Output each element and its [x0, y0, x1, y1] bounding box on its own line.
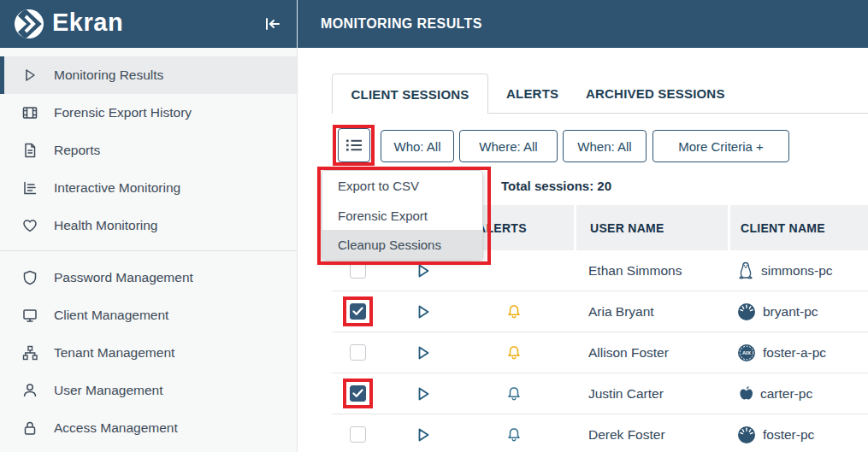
- sidebar-item-label: Health Monitoring: [54, 218, 157, 233]
- svg-text:AIX: AIX: [742, 350, 751, 355]
- row-checkbox-wrap: [350, 344, 366, 361]
- windows-os-icon: [737, 302, 756, 321]
- sidebar-group-management: Password Management Client Management Te…: [0, 259, 297, 447]
- sidebar-item-label: Forensic Export History: [54, 105, 192, 120]
- shield-icon: [21, 269, 39, 286]
- play-session-button[interactable]: [415, 426, 432, 447]
- row-checkbox-wrap: [350, 262, 366, 279]
- client-name-label: foster-pc: [763, 427, 814, 443]
- menu-item-cleanup-sessions[interactable]: Cleanup Sessions: [322, 230, 482, 260]
- play-session-button[interactable]: [415, 385, 432, 406]
- alert-bell-icon[interactable]: [506, 304, 522, 323]
- client-name-cell: AIX foster-pc: [737, 414, 814, 452]
- user-icon: [21, 382, 39, 399]
- filter-when-button[interactable]: When: All: [563, 130, 647, 162]
- sidebar-item-interactive-monitoring[interactable]: Interactive Monitoring: [0, 169, 297, 207]
- sidebar-item-label: Tenant Management: [54, 345, 174, 361]
- column-header-client-name: CLIENT NAME: [741, 221, 825, 235]
- client-name-label: foster-a-pc: [763, 345, 826, 361]
- brand-logo: Ekran: [14, 9, 123, 39]
- play-icon: [415, 262, 432, 279]
- client-name-label: simmons-pc: [761, 263, 833, 279]
- table-row: Aria Bryant AIX bryant-pc: [332, 291, 868, 332]
- user-name-cell: Allison Foster: [588, 332, 669, 373]
- play-icon: [415, 344, 432, 361]
- session-actions-dropdown: Export to CSV Forensic Export Cleanup Se…: [322, 170, 483, 261]
- apple-os-icon: [737, 384, 753, 403]
- row-checkbox-wrap: [350, 426, 366, 443]
- sidebar-group-monitoring: Monitoring Results Forensic Export Histo…: [0, 56, 297, 244]
- table-body: Ethan Simmons AIX simmons-pc: [332, 250, 868, 452]
- sidebar-collapse-icon[interactable]: [264, 16, 281, 32]
- windows-os-icon: [737, 426, 756, 444]
- row-checkbox[interactable]: [350, 385, 366, 402]
- play-icon: [415, 303, 432, 320]
- list-menu-icon: [346, 139, 362, 151]
- play-icon: [415, 426, 432, 443]
- play-session-button[interactable]: [415, 303, 432, 324]
- sidebar-item-access-management[interactable]: Access Management: [0, 409, 297, 447]
- alert-bell-icon[interactable]: [506, 345, 522, 364]
- play-icon: [21, 67, 39, 84]
- brand-name: Ekran: [52, 10, 123, 38]
- sidebar-item-label: User Management: [54, 383, 163, 398]
- user-name-cell: Aria Bryant: [588, 291, 654, 332]
- ekran-logo-icon: [14, 9, 44, 39]
- menu-item-export-to-csv[interactable]: Export to CSV: [322, 171, 482, 201]
- sidebar-item-label: Password Management: [54, 270, 193, 285]
- client-name-cell: AIX foster-a-pc: [737, 332, 826, 373]
- column-header-alerts: ALERTS: [477, 221, 527, 235]
- filter-who-button[interactable]: Who: All: [381, 130, 454, 162]
- row-checkbox[interactable]: [350, 426, 366, 443]
- user-name-cell: Justin Carter: [588, 373, 664, 414]
- filter-more-criteria-button[interactable]: More Criteria +: [652, 130, 789, 162]
- client-name-cell: AIX carter-pc: [737, 373, 812, 414]
- alert-bell-icon[interactable]: [506, 386, 522, 405]
- table-row: Justin Carter AIX carter-pc: [332, 373, 868, 414]
- tab-label: CLIENT SESSIONS: [351, 87, 469, 102]
- topbar: MONITORING RESULTS: [298, 0, 868, 48]
- row-checkbox[interactable]: [350, 262, 366, 279]
- film-icon: [21, 104, 39, 121]
- sidebar-header: Ekran: [0, 0, 297, 48]
- check-icon: [352, 389, 363, 398]
- alert-bell-icon[interactable]: [506, 427, 522, 446]
- user-name-cell: Derek Foster: [588, 414, 665, 452]
- sidebar-item-client-management[interactable]: Client Management: [0, 296, 297, 334]
- column-header-user-name: USER NAME: [590, 221, 664, 235]
- sidebar-item-label: Access Management: [54, 420, 178, 436]
- client-name-label: carter-pc: [760, 386, 812, 402]
- tab-client-sessions[interactable]: CLIENT SESSIONS: [332, 73, 488, 114]
- session-actions-menu-button[interactable]: [338, 128, 370, 162]
- check-icon: [352, 307, 363, 316]
- app-window: Ekran Monitoring Results Forensic Export…: [0, 0, 868, 452]
- row-checkbox[interactable]: [350, 344, 366, 361]
- tab-archived-sessions[interactable]: ARCHIVED SESSIONS: [586, 73, 725, 113]
- sidebar-item-forensic-export-history[interactable]: Forensic Export History: [0, 94, 297, 132]
- sidebar: Ekran Monitoring Results Forensic Export…: [0, 0, 298, 452]
- sidebar-item-tenant-management[interactable]: Tenant Management: [0, 334, 297, 372]
- sidebar-item-user-management[interactable]: User Management: [0, 372, 297, 409]
- table-header-user-name: USER NAME: [576, 205, 728, 250]
- play-session-button[interactable]: [415, 262, 432, 283]
- user-name-cell: Ethan Simmons: [588, 250, 682, 291]
- menu-item-forensic-export[interactable]: Forensic Export: [322, 201, 482, 231]
- sidebar-item-reports[interactable]: Reports: [0, 132, 297, 169]
- filter-where-button[interactable]: Where: All: [459, 130, 558, 162]
- tab-label: ARCHIVED SESSIONS: [586, 86, 725, 101]
- sidebar-item-label: Client Management: [54, 308, 168, 323]
- play-session-button[interactable]: [415, 344, 432, 365]
- sidebar-item-label: Reports: [54, 143, 100, 158]
- tab-alerts[interactable]: ALERTS: [506, 73, 558, 113]
- sidebar-item-label: Monitoring Results: [54, 68, 163, 83]
- sidebar-item-monitoring-results[interactable]: Monitoring Results: [0, 56, 297, 94]
- table-row: Allison Foster AIX foster-a-pc: [332, 332, 868, 373]
- row-checkbox[interactable]: [350, 303, 366, 320]
- sidebar-item-health-monitoring[interactable]: Health Monitoring: [0, 207, 297, 244]
- heart-icon: [21, 217, 39, 234]
- client-name-cell: AIX simmons-pc: [737, 250, 833, 291]
- tab-label: ALERTS: [506, 86, 558, 101]
- aix-os-icon: AIX: [737, 343, 756, 362]
- sidebar-item-password-management[interactable]: Password Management: [0, 259, 297, 296]
- table-header-client-name: CLIENT NAME: [730, 205, 868, 250]
